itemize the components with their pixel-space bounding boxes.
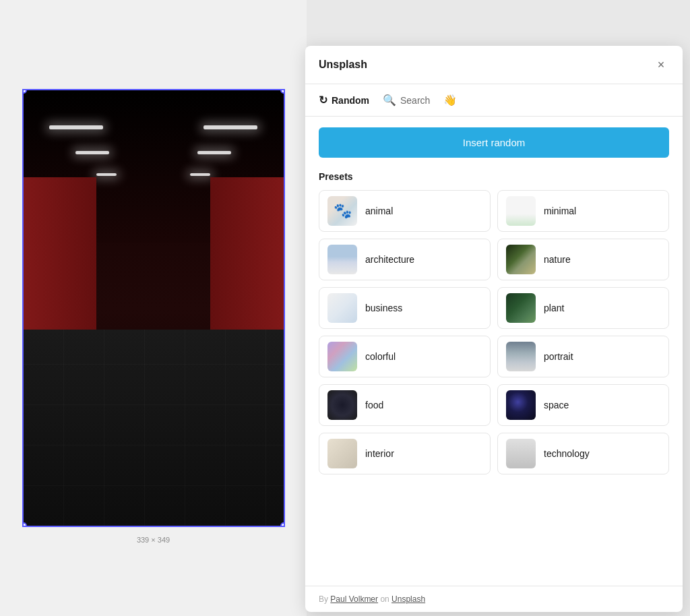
preset-minimal[interactable]: minimal — [497, 190, 669, 232]
random-icon: ↻ — [319, 94, 327, 106]
preset-thumb-minimal — [506, 196, 536, 226]
search-icon: 🔍 — [383, 94, 396, 106]
footer-on: on — [378, 594, 391, 604]
preset-label-food: food — [365, 400, 383, 410]
preset-business[interactable]: business — [319, 287, 491, 329]
panel-title: Unsplash — [319, 59, 367, 71]
preset-plant[interactable]: plant — [497, 287, 669, 329]
preset-thumb-colorful — [327, 342, 357, 371]
preset-label-minimal: minimal — [544, 206, 576, 216]
footer-author-link[interactable]: Paul Volkmer — [330, 594, 378, 604]
insert-random-button[interactable]: Insert random — [319, 127, 669, 158]
preset-thumb-technology — [506, 439, 536, 468]
preset-thumb-animal: 🐾 — [327, 196, 357, 226]
preset-label-architecture: architecture — [365, 254, 414, 265]
preset-colorful[interactable]: colorful — [319, 336, 491, 377]
tab-random[interactable]: ↻ Random — [319, 91, 369, 109]
preset-interior[interactable]: interior — [319, 433, 491, 474]
preset-technology[interactable]: technology — [497, 433, 669, 474]
handle-bottom-right[interactable] — [280, 522, 285, 527]
subway-image — [24, 90, 284, 526]
preset-animal[interactable]: 🐾 animal — [319, 190, 491, 232]
preset-thumb-portrait — [506, 342, 536, 371]
footer-by: By — [319, 594, 330, 604]
tab-emoji[interactable]: 👋 — [443, 91, 457, 109]
preset-thumb-nature — [506, 245, 536, 274]
presets-grid: 🐾 animal minimal architecture — [319, 190, 669, 474]
preset-food[interactable]: food — [319, 384, 491, 426]
preset-label-business: business — [365, 303, 402, 313]
tab-random-label: Random — [332, 95, 369, 106]
preset-label-interior: interior — [365, 448, 394, 459]
handle-bottom-left[interactable] — [22, 522, 27, 527]
preset-label-plant: plant — [544, 303, 564, 313]
presets-label: Presets — [319, 171, 669, 182]
tab-search[interactable]: 🔍 Search — [383, 91, 430, 109]
panel-footer: By Paul Volkmer on Unsplash — [305, 586, 683, 612]
panel-body: Insert random Presets 🐾 animal minimal — [305, 117, 683, 586]
preset-label-technology: technology — [544, 448, 590, 459]
preset-label-portrait: portrait — [544, 351, 573, 362]
tab-search-label: Search — [400, 95, 430, 106]
preset-architecture[interactable]: architecture — [319, 239, 491, 280]
preset-label-colorful: colorful — [365, 351, 396, 362]
image-size-label: 339 × 349 — [137, 536, 170, 544]
preset-thumb-business — [327, 293, 357, 323]
canvas-area: 339 × 349 — [0, 0, 307, 616]
preset-nature[interactable]: nature — [497, 239, 669, 280]
preset-label-space: space — [544, 400, 569, 410]
wave-icon: 👋 — [443, 94, 457, 106]
footer-unsplash-link[interactable]: Unsplash — [391, 594, 425, 604]
preset-thumb-interior — [327, 439, 357, 468]
preset-space[interactable]: space — [497, 384, 669, 426]
preset-label-animal: animal — [365, 206, 393, 216]
preset-thumb-space — [506, 390, 536, 420]
preset-thumb-architecture — [327, 245, 357, 274]
preset-portrait[interactable]: portrait — [497, 336, 669, 377]
close-button[interactable]: × — [653, 57, 669, 73]
image-frame[interactable] — [22, 89, 285, 527]
preset-thumb-food — [327, 390, 357, 420]
preset-thumb-plant — [506, 293, 536, 323]
panel-header: Unsplash × — [305, 46, 683, 84]
panel-tabs: ↻ Random 🔍 Search 👋 — [305, 84, 683, 117]
preset-label-nature: nature — [544, 254, 571, 265]
unsplash-panel: Unsplash × ↻ Random 🔍 Search 👋 Insert ra… — [305, 46, 683, 612]
